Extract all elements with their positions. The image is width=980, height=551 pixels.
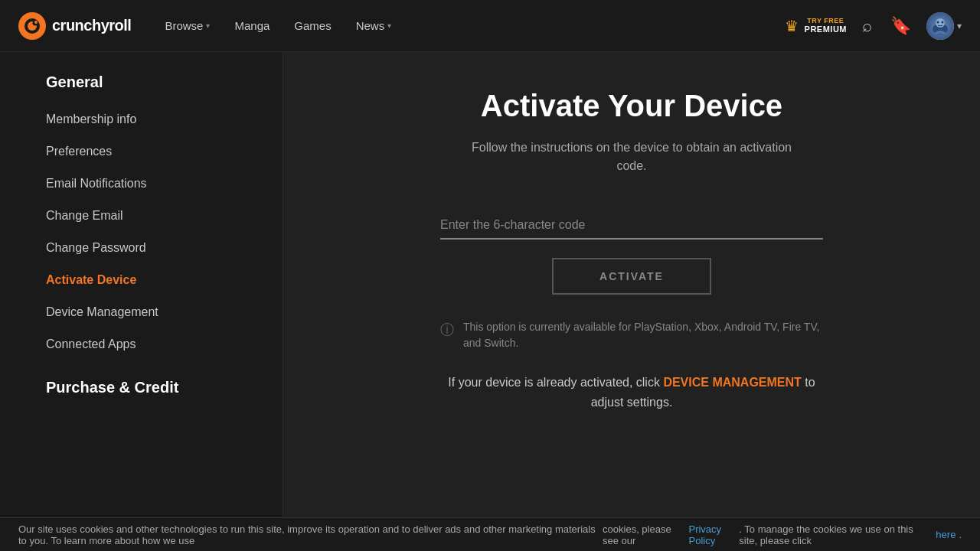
nav-manga[interactable]: Manga <box>225 13 279 38</box>
info-text: This option is currently available for P… <box>463 319 823 351</box>
svg-point-4 <box>34 21 38 24</box>
main-layout: General Membership info Preferences Emai… <box>0 52 980 517</box>
info-box: ⓘ This option is currently available for… <box>440 319 823 351</box>
crown-icon: ♛ <box>785 17 799 35</box>
svg-point-8 <box>937 21 939 23</box>
page-subtitle: Follow the instructions on the device to… <box>463 139 800 175</box>
search-icon: ⌕ <box>862 16 872 35</box>
sidebar-purchase-title: Purchase & Credit <box>46 379 283 396</box>
main-nav: Browse ▾ Manga Games News ▾ <box>155 13 784 38</box>
nav-browse[interactable]: Browse ▾ <box>155 13 219 38</box>
svg-point-9 <box>942 21 944 23</box>
news-chevron-icon: ▾ <box>387 21 391 30</box>
logo-text: crunchyroll <box>52 17 131 34</box>
nav-games[interactable]: Games <box>285 13 340 38</box>
nav-news[interactable]: News ▾ <box>347 13 401 38</box>
activate-button[interactable]: ACTIVATE <box>552 258 711 295</box>
main-content: Activate Your Device Follow the instruct… <box>283 52 980 517</box>
premium-text: TRY FREE PREMIUM <box>805 18 847 34</box>
nav-manga-label: Manga <box>234 19 270 32</box>
sidebar-item-preferences[interactable]: Preferences <box>46 135 283 168</box>
sidebar-item-device-management[interactable]: Device Management <box>46 296 283 328</box>
device-mgmt-text-before: If your device is already activated, cli… <box>448 376 660 389</box>
watchlist-button[interactable]: 🔖 <box>887 13 914 39</box>
avatar-chevron-icon: ▾ <box>957 21 962 31</box>
search-button[interactable]: ⌕ <box>859 13 875 39</box>
sidebar: General Membership info Preferences Emai… <box>0 52 283 517</box>
info-circle-icon: ⓘ <box>440 321 454 339</box>
sidebar-item-change-password[interactable]: Change Password <box>46 232 283 264</box>
sidebar-general-title: General <box>46 73 283 91</box>
privacy-policy-link[interactable]: Privacy Policy <box>688 523 736 546</box>
browse-chevron-icon: ▾ <box>206 21 210 30</box>
cookie-text-3: . To manage the cookies we use on this s… <box>739 523 929 546</box>
cookie-text-1: Our site uses cookies and other technolo… <box>18 523 596 546</box>
nav-browse-label: Browse <box>165 19 203 32</box>
page-title: Activate Your Device <box>481 89 782 123</box>
logo-area[interactable]: crunchyroll <box>18 12 131 40</box>
premium-label: PREMIUM <box>805 24 847 34</box>
device-management-link[interactable]: DEVICE MANAGEMENT <box>663 376 801 389</box>
nav-games-label: Games <box>294 19 331 32</box>
sidebar-item-email-notifications[interactable]: Email Notifications <box>46 168 283 200</box>
code-input-wrapper <box>440 212 823 240</box>
crunchyroll-logo-icon <box>18 12 46 40</box>
avatar <box>926 12 954 40</box>
sidebar-item-connected-apps[interactable]: Connected Apps <box>46 328 283 360</box>
sidebar-item-membership-info[interactable]: Membership info <box>46 103 283 135</box>
premium-button[interactable]: ♛ TRY FREE PREMIUM <box>785 17 847 35</box>
try-free-label: TRY FREE <box>805 18 847 25</box>
device-mgmt-paragraph: If your device is already activated, cli… <box>440 373 823 412</box>
cookie-banner: Our site uses cookies and other technolo… <box>0 517 980 551</box>
sidebar-item-activate-device[interactable]: Activate Device <box>46 264 283 296</box>
sidebar-item-change-email[interactable]: Change Email <box>46 200 283 232</box>
header-right: ♛ TRY FREE PREMIUM ⌕ 🔖 <box>785 12 962 40</box>
cookie-here-link[interactable]: here <box>936 529 956 540</box>
nav-news-label: News <box>356 19 385 32</box>
code-input[interactable] <box>440 212 823 240</box>
cookie-text-4: . <box>959 529 962 540</box>
avatar-image <box>926 12 954 40</box>
header: crunchyroll Browse ▾ Manga Games News ▾ … <box>0 0 980 52</box>
bookmark-icon: 🔖 <box>890 16 911 35</box>
user-menu[interactable]: ▾ <box>926 12 962 40</box>
cookie-text-cookies: cookies, please see our <box>603 523 682 546</box>
